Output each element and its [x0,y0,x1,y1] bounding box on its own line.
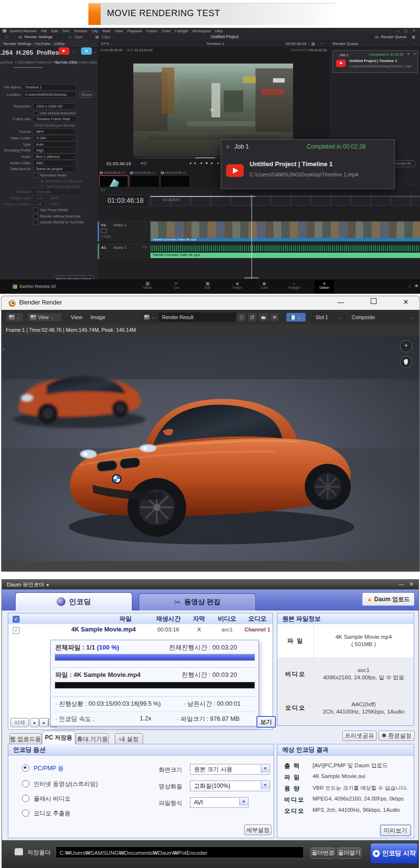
change-folder-button[interactable]: 폴더변경 [311,847,335,859]
timeline-ruler[interactable]: 01:03:28:00 [150,195,420,206]
menu-fusion[interactable]: Fusion [147,29,158,33]
menu-edit[interactable]: Edit [51,29,58,33]
render-settings-button[interactable]: Render Settings [24,35,52,39]
normalize-standard-radio[interactable] [41,180,43,182]
render-job-card[interactable]: ⋮ Job 1 Completed in 00:02:28 ✎ ✕ Untitl… [333,50,418,73]
image-datablock-icon-select[interactable]: ⌄ [141,312,158,322]
start-encoding-button[interactable]: 인코딩 시작 [370,843,418,864]
col-video[interactable]: 비디오 [212,613,242,624]
settings-gear-icon[interactable]: ✱ [415,283,419,288]
view-mode-select[interactable]: View⌄ [27,312,62,322]
col-audio[interactable]: 오디오 [243,613,272,624]
browse-button[interactable]: Browse [79,91,95,98]
youtube-preset-icon[interactable] [59,47,69,55]
encoding-profile-select[interactable]: High⌄ [33,147,76,153]
resolve-maximize-button[interactable]: ▢ [404,28,408,34]
video-clip-thumbnails[interactable] [150,221,420,238]
pass-select[interactable]: Composite⌄ [348,312,417,322]
timeline-selector[interactable]: Timeline 1 ⌄ [206,42,228,46]
viewer-zoom-select[interactable]: 57% ⌄ [101,42,113,46]
timeline-options-icon[interactable]: ⋯ [410,182,414,186]
blender-maximize-button[interactable] [371,298,377,304]
popup-drag-handle-icon[interactable]: ≡ [226,144,229,150]
open-image-folder-button[interactable] [258,312,269,322]
radio-pc-pmp[interactable] [22,764,29,772]
upload-youtube-checkbox[interactable] [33,220,38,225]
blender-minimize-button[interactable]: — [337,299,344,306]
move-up-button[interactable]: ▲ [39,718,48,727]
vimeo-preset-icon[interactable]: v [81,47,92,55]
menu-workspace[interactable]: Workspace [192,29,210,33]
preset-h265[interactable]: H.265 [16,49,33,56]
resolution-select[interactable]: 1920 x 1080 HD⌄ [33,103,76,109]
monitor-icon[interactable]: ▢ [5,35,9,39]
preset-prores[interactable]: ProRes [37,49,59,56]
nav-media[interactable]: ▦Media [139,281,156,289]
clips-button[interactable]: Clips [102,35,110,39]
job-edit-icon[interactable]: ✎ [407,52,410,56]
menu-trim[interactable]: Trim [62,29,69,33]
menu-fairlight[interactable]: Fairlight [175,29,188,33]
audio-waveform[interactable] [150,244,420,253]
copy-datablock-button[interactable] [247,312,257,322]
preset-scroll-indicator[interactable] [13,67,43,68]
potencoder-minimize-button[interactable]: — [399,581,404,587]
menu-help[interactable]: Help [215,29,222,33]
nav-deliver-active[interactable]: ➤ Deliver [315,280,334,294]
job-delete-icon[interactable]: ✕ [413,52,416,56]
speaker-icon[interactable]: ◄))) [140,161,147,165]
audio-track-header[interactable]: A1 Audio 1 2.0 [98,243,152,259]
radio-flash-label[interactable]: 플래시 비디오 [34,795,70,803]
tab-encoding[interactable]: 인코딩 [15,592,132,610]
zoom-tool-icon[interactable]: + [400,340,412,352]
viewer-timecode-small[interactable]: 00:03:46:18 ⌄ ▥ ⌄ ⋯ [286,42,324,46]
home-icon[interactable]: ⌂ [408,283,411,288]
preset-tab-mobile[interactable]: 휴대 기기용 [76,733,109,745]
video-clip-label-bar[interactable]: Titanfall Cinematic Trailer 4K.mp4 [150,238,420,241]
radio-flash[interactable] [22,795,29,802]
preset-share-button[interactable]: 프리셋공유 [342,731,377,741]
timeline-tools-icon[interactable]: ≡✓ [101,188,106,192]
queue-options-icon[interactable]: ⋯ [412,42,416,46]
view-button[interactable]: 보기 [256,716,276,728]
radio-streaming-label[interactable]: 인터넷 동영상(스트리밍) [34,780,98,788]
optimize-standard-radio[interactable] [40,185,44,189]
vertical-res-checkbox[interactable] [33,111,38,116]
render-without-timecode-checkbox[interactable] [33,214,38,219]
resolve-close-button[interactable]: ✕ [412,28,416,34]
menu-timeline[interactable]: Timeline [74,29,87,33]
editor-type-select[interactable]: ⌄ [5,312,24,322]
pan-hand-icon[interactable] [400,356,412,368]
radio-audio-extract-label[interactable]: 오디오 추출용 [34,809,70,818]
blender-close-button[interactable]: ✕ [403,298,409,306]
menu-davinci[interactable]: DaVinci Resolve [10,29,37,33]
delete-file-button[interactable]: 삭제 [10,718,29,727]
menu-mark[interactable]: Mark [103,29,111,33]
menu-image[interactable]: Image [90,314,105,320]
screen-size-select[interactable]: 원본 크기 사용▼ [190,764,270,775]
menu-file[interactable]: File [41,29,47,33]
audio-select[interactable]: Bus 1 (Stereo)⌄ [33,153,76,160]
daum-upload-button[interactable]: ▲ Daum 업로드 [362,592,415,606]
standard-select[interactable]: YouTube⌄ [33,189,85,195]
resolve-minimize-button[interactable]: — [396,28,399,34]
potencoder-close-button[interactable]: ✕ [409,581,414,587]
image-datablock-field[interactable]: Render Result [159,312,236,322]
slot-select[interactable]: Slot 1⌄ [312,312,345,322]
nav-color[interactable]: ◉Color [255,281,273,289]
menu-clip[interactable]: Clip [92,29,98,33]
menu-playback[interactable]: Playback [127,29,142,33]
move-top-button[interactable]: ▲ [30,718,39,727]
nav-fusion[interactable]: ◈Fusion [229,281,246,289]
normalize-audio-checkbox[interactable] [33,173,38,178]
nav-edit[interactable]: ▣Edit [199,281,216,289]
location-input[interactable]: C:\Users\SAMSUNG\Desktop [22,91,76,98]
data-burnin-select[interactable]: Same as project⌄ [33,166,76,172]
tape-button[interactable]: Tape [74,35,83,39]
open-folder-button[interactable]: 폴더열기 [337,847,361,859]
tab-video-edit[interactable]: ✂ 동영상 편집 [139,593,256,610]
file-format-select[interactable]: AVI▼ [190,797,249,808]
region-collapse-arrow[interactable]: › [2,346,4,352]
unlink-datablock-button[interactable]: ✕ [270,312,279,322]
file-row[interactable]: ✓ 4K Sample Movie.mp4 00:03:16 X avc1 Ch… [8,624,273,636]
